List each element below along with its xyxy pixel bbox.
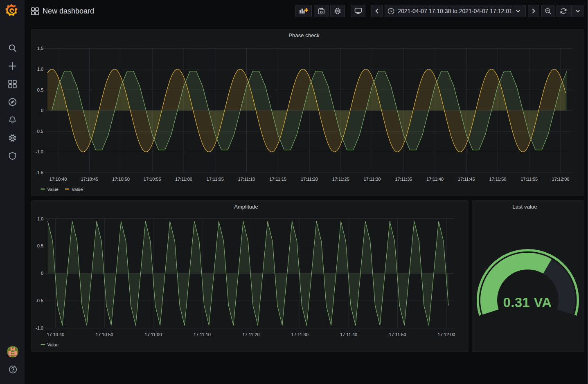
svg-text:-1.5: -1.5 (36, 170, 43, 175)
svg-text:17:11:10: 17:11:10 (194, 332, 211, 337)
svg-text:0.5: 0.5 (37, 88, 43, 92)
svg-text:-0.5: -0.5 (36, 129, 43, 134)
svg-text:17:12:00: 17:12:00 (438, 332, 455, 337)
svg-text:0.31 VA: 0.31 VA (503, 295, 552, 310)
svg-text:0: 0 (41, 271, 43, 276)
svg-text:17:10:50: 17:10:50 (96, 332, 113, 337)
svg-text:17:12:00: 17:12:00 (552, 177, 570, 182)
svg-text:0.5: 0.5 (37, 243, 43, 248)
svg-text:17:11:25: 17:11:25 (332, 177, 349, 182)
svg-text:17:10:40: 17:10:40 (47, 332, 64, 337)
svg-text:17:11:05: 17:11:05 (207, 177, 224, 182)
svg-text:0: 0 (41, 108, 43, 113)
svg-text:17:11:35: 17:11:35 (395, 177, 412, 182)
svg-text:Value: Value (47, 187, 59, 192)
svg-text:-0.5: -0.5 (36, 298, 43, 303)
svg-text:17:11:45: 17:11:45 (458, 177, 475, 182)
svg-text:17:10:40: 17:10:40 (50, 177, 67, 182)
svg-text:Value: Value (47, 342, 59, 347)
svg-text:17:11:30: 17:11:30 (291, 332, 309, 337)
svg-text:17:11:30: 17:11:30 (363, 177, 381, 182)
svg-text:Value: Value (72, 187, 83, 192)
svg-text:17:11:40: 17:11:40 (426, 177, 444, 182)
svg-text:17:11:40: 17:11:40 (340, 332, 357, 337)
svg-text:1.0: 1.0 (37, 216, 43, 221)
svg-text:17:11:20: 17:11:20 (301, 177, 318, 182)
svg-text:1.5: 1.5 (37, 46, 43, 51)
svg-text:-1.0: -1.0 (36, 326, 43, 330)
svg-text:17:11:00: 17:11:00 (175, 177, 192, 182)
svg-text:17:11:50: 17:11:50 (489, 177, 506, 182)
svg-text:17:10:50: 17:10:50 (112, 177, 130, 182)
svg-text:17:11:55: 17:11:55 (520, 177, 538, 182)
svg-text:17:11:10: 17:11:10 (238, 177, 255, 182)
svg-text:1.0: 1.0 (37, 67, 43, 72)
svg-text:17:11:50: 17:11:50 (389, 332, 406, 337)
svg-text:-1.0: -1.0 (36, 149, 43, 154)
svg-text:17:10:55: 17:10:55 (144, 177, 161, 182)
svg-text:17:11:15: 17:11:15 (269, 177, 286, 182)
svg-text:17:11:00: 17:11:00 (145, 332, 162, 337)
svg-text:17:10:45: 17:10:45 (81, 177, 98, 182)
svg-text:17:11:20: 17:11:20 (242, 332, 259, 337)
